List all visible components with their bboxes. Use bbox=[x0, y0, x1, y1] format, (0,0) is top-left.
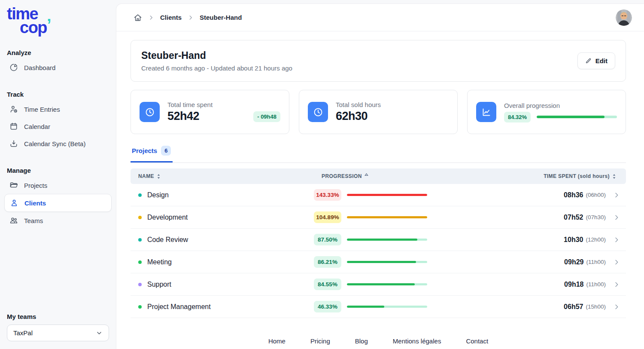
section-heading-analyze: Analyze bbox=[7, 49, 109, 56]
progression-bar bbox=[347, 194, 427, 196]
progression-bar bbox=[347, 216, 427, 218]
time-spent: 08h36 bbox=[564, 191, 583, 199]
footer-link-blog[interactable]: Blog bbox=[355, 337, 368, 345]
sidebar-item-label: Dashboard bbox=[24, 64, 55, 71]
footer-link-contact[interactable]: Contact bbox=[466, 337, 488, 345]
line-chart-icon bbox=[476, 102, 496, 122]
avatar-photo bbox=[616, 9, 632, 26]
breadcrumb-current: Steuber-Hand bbox=[200, 14, 242, 21]
breadcrumb-clients[interactable]: Clients bbox=[160, 14, 182, 21]
sidebar-item-calendar[interactable]: Calendar bbox=[4, 118, 112, 135]
my-teams-heading: My teams bbox=[7, 313, 109, 320]
chevron-right-icon[interactable] bbox=[613, 236, 620, 243]
download-tray-icon bbox=[9, 139, 18, 148]
project-name: Support bbox=[147, 281, 171, 288]
user-icon bbox=[10, 199, 18, 207]
sold-hours: (12h00) bbox=[586, 236, 606, 243]
progression-bar bbox=[347, 306, 427, 308]
time-spent: 06h57 bbox=[564, 303, 583, 311]
sold-hours: (07h30) bbox=[586, 214, 606, 220]
footer-link-mentions-legales[interactable]: Mentions légales bbox=[393, 337, 441, 345]
chevron-right-icon[interactable] bbox=[613, 303, 620, 310]
page-title: Steuber-Hand bbox=[141, 50, 292, 61]
sidebar-item-clients[interactable]: Clients bbox=[4, 194, 112, 212]
project-color-dot bbox=[138, 238, 142, 242]
table-row-project-management[interactable]: Project Management 46.33% 06h57(15h00) bbox=[131, 296, 626, 318]
progression-badge: 143.33% bbox=[314, 189, 341, 201]
column-header-name[interactable]: NAME bbox=[131, 173, 314, 179]
overall-progress-fill bbox=[537, 116, 605, 118]
sidebar-item-dashboard[interactable]: Dashboard bbox=[4, 59, 112, 76]
time-spent: 09h18 bbox=[564, 281, 583, 288]
chevron-right-icon[interactable] bbox=[613, 214, 620, 221]
progression-badge: 87.50% bbox=[314, 234, 341, 245]
user-clock-icon bbox=[9, 105, 18, 113]
edit-button[interactable]: Edit bbox=[577, 52, 615, 69]
chevron-right-icon[interactable] bbox=[613, 259, 620, 266]
sidebar-item-projects[interactable]: Projects bbox=[4, 177, 112, 194]
progression-bar bbox=[347, 239, 427, 241]
sort-asc-icon bbox=[364, 172, 369, 178]
column-header-time-spent[interactable]: TIME SPENT (sold hours) bbox=[434, 173, 626, 179]
overall-progress-bar bbox=[537, 116, 617, 118]
progression-badge: 86.21% bbox=[314, 256, 341, 268]
pie-chart-icon bbox=[9, 63, 18, 72]
chevron-right-icon bbox=[188, 15, 194, 21]
sidebar-item-time-entries[interactable]: Time Entries bbox=[4, 101, 112, 118]
sidebar-item-label: Projects bbox=[24, 182, 47, 189]
timecop-logo[interactable]: time cop’ bbox=[7, 7, 116, 34]
stat-cards: Total time spent 52h42 - 09h48 Total sol… bbox=[131, 90, 626, 134]
stat-total-sold-hours: Total sold hours 62h30 bbox=[299, 90, 458, 134]
stat-label: Overall progression bbox=[504, 102, 617, 109]
user-avatar[interactable] bbox=[616, 9, 632, 26]
chevron-right-icon[interactable] bbox=[613, 281, 620, 288]
sold-hours: (15h00) bbox=[586, 303, 606, 310]
stat-label: Total time spent bbox=[167, 101, 280, 108]
footer-link-home[interactable]: Home bbox=[268, 337, 286, 345]
table-row-design[interactable]: Design 143.33% 08h36(06h00) bbox=[131, 184, 626, 206]
progression-bar bbox=[347, 283, 427, 285]
logo-line2: cop bbox=[20, 21, 47, 34]
project-name: Project Management bbox=[147, 303, 211, 311]
sidebar-item-label: Clients bbox=[24, 199, 46, 207]
project-name: Code Review bbox=[147, 236, 188, 244]
client-header-card: Steuber-Hand Created 6 months ago - Upda… bbox=[131, 40, 626, 82]
table-row-meeting[interactable]: Meeting 86.21% 09h29(11h00) bbox=[131, 251, 626, 273]
stat-total-time-spent: Total time spent 52h42 - 09h48 bbox=[131, 90, 289, 134]
project-color-dot bbox=[138, 283, 142, 286]
project-name: Design bbox=[147, 191, 169, 199]
sidebar: time cop’ Analyze Dashboard Track Time E… bbox=[0, 0, 116, 349]
sold-hours: (06h00) bbox=[586, 192, 606, 198]
team-select-value: TaxPal bbox=[13, 329, 33, 337]
chevron-down-icon bbox=[96, 330, 103, 337]
sidebar-item-label: Calendar bbox=[24, 123, 50, 130]
sort-icon bbox=[156, 174, 161, 179]
tab-bar: Projects 6 bbox=[131, 146, 626, 163]
sidebar-item-label: Teams bbox=[24, 217, 43, 224]
team-select[interactable]: TaxPal bbox=[7, 325, 109, 341]
table-row-code-review[interactable]: Code Review 87.50% 10h30(12h00) bbox=[131, 229, 626, 251]
project-name: Development bbox=[147, 214, 188, 221]
logo-accent-mark: ’ bbox=[47, 18, 51, 32]
sidebar-item-label: Time Entries bbox=[24, 106, 60, 113]
clock-icon bbox=[308, 102, 328, 122]
table-row-development[interactable]: Development 104.89% 07h52(07h30) bbox=[131, 206, 626, 229]
time-spent: 10h30 bbox=[564, 236, 583, 244]
stat-value: 62h30 bbox=[336, 110, 449, 123]
footer-link-pricing[interactable]: Pricing bbox=[310, 337, 330, 345]
sidebar-item-teams[interactable]: Teams bbox=[4, 212, 112, 229]
sidebar-item-calendar-sync[interactable]: Calendar Sync (Beta) bbox=[4, 135, 112, 152]
chevron-right-icon bbox=[148, 15, 154, 21]
clock-icon bbox=[140, 102, 160, 122]
chevron-right-icon[interactable] bbox=[613, 192, 620, 199]
home-icon[interactable] bbox=[134, 13, 142, 22]
table-header-row: NAME PROGRESSION TIME SPENT (sold hours) bbox=[131, 168, 626, 184]
tab-projects[interactable]: Projects 6 bbox=[131, 146, 173, 162]
tab-count-badge: 6 bbox=[161, 146, 171, 156]
edit-button-label: Edit bbox=[595, 57, 608, 64]
table-row-support[interactable]: Support 84.55% 09h18(11h00) bbox=[131, 273, 626, 296]
column-header-progression[interactable]: PROGRESSION bbox=[314, 173, 434, 179]
stat-overall-progression: Overall progression 84.32% bbox=[467, 90, 626, 134]
project-color-dot bbox=[138, 216, 142, 219]
projects-table: NAME PROGRESSION TIME SPENT (sold hours)… bbox=[131, 168, 626, 318]
